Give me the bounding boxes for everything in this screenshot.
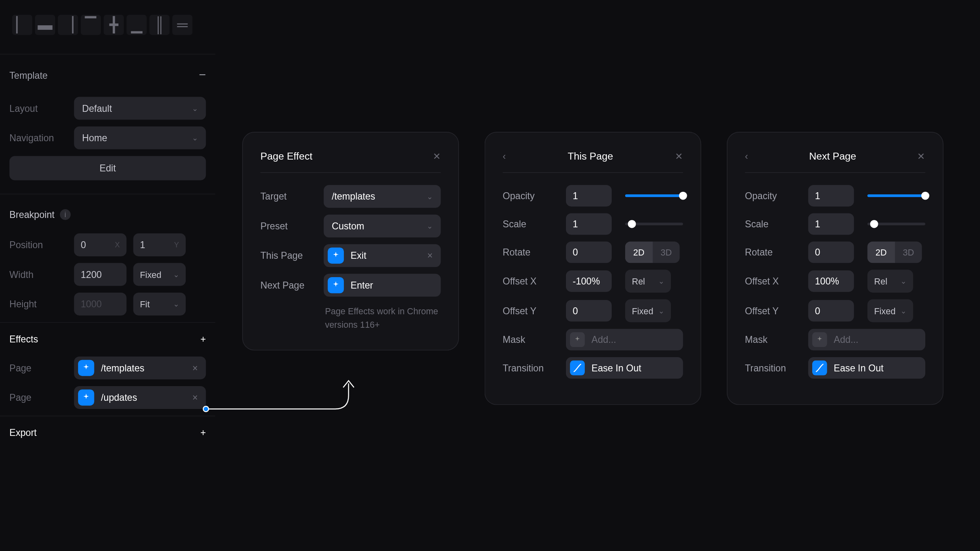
distribute-h-icon[interactable]: ║ (149, 15, 169, 35)
mask-placeholder: Add... (592, 334, 616, 345)
opacity-label: Opacity (503, 190, 559, 201)
remove-effect-button[interactable]: × (188, 392, 202, 403)
segment-3d[interactable]: 3D (653, 242, 680, 263)
width-input[interactable] (74, 263, 127, 286)
preset-select[interactable]: Custom⌄ (324, 215, 441, 238)
segment-3d[interactable]: 3D (895, 242, 922, 263)
offset-x-input[interactable] (566, 270, 612, 292)
align-toolbar: ▏ ▬ ▕ ▔ ╋ ▁ ║ ═ (9, 9, 206, 49)
position-label: Position (9, 240, 67, 250)
effect-page-label: Page (9, 362, 67, 373)
opacity-input[interactable] (566, 185, 612, 207)
chevron-down-icon: ⌄ (173, 300, 179, 308)
add-export-button[interactable]: + (200, 427, 206, 438)
opacity-slider[interactable] (625, 194, 683, 197)
offset-x-unit-select[interactable]: Rel⌄ (625, 270, 671, 293)
scale-slider[interactable] (625, 222, 683, 225)
this-page-label: This Page (261, 250, 317, 261)
offset-y-input[interactable] (566, 300, 612, 322)
remove-token-button[interactable]: × (423, 250, 437, 261)
sparkle-icon (328, 277, 344, 293)
breakpoint-header: Breakpoint i (9, 200, 206, 227)
back-button[interactable]: ‹ (503, 150, 506, 161)
close-button[interactable]: ✕ (433, 150, 441, 161)
next-page-token[interactable]: Enter (324, 274, 441, 297)
effect-chip-label: /updates (101, 392, 181, 403)
align-top-icon[interactable]: ▔ (81, 15, 101, 35)
offset-y-input[interactable] (808, 300, 854, 322)
rotate-mode-segment[interactable]: 2D 3D (867, 242, 922, 263)
rotate-label: Rotate (745, 247, 801, 258)
effect-templates-chip[interactable]: /templates × (74, 356, 206, 379)
navigation-select[interactable]: Home ⌄ (74, 127, 206, 149)
align-left-icon[interactable]: ▏ (12, 15, 32, 35)
distribute-v-icon[interactable]: ═ (172, 15, 192, 35)
offset-y-label: Offset Y (503, 305, 559, 316)
rotate-label: Rotate (503, 247, 559, 258)
collapse-icon[interactable]: − (199, 68, 206, 82)
offset-x-unit-value: Rel (632, 276, 645, 287)
export-header: Export + (9, 422, 206, 443)
width-unit-select[interactable]: Fixed⌄ (133, 263, 186, 286)
scale-label: Scale (503, 219, 559, 229)
offset-x-input[interactable] (808, 270, 854, 292)
sparkle-icon (328, 247, 344, 264)
ease-curve-icon (570, 360, 585, 375)
next-page-label: Next Page (261, 280, 317, 291)
edit-button[interactable]: Edit (9, 156, 206, 180)
target-select[interactable]: /templates⌄ (324, 185, 441, 208)
add-effect-button[interactable]: + (200, 333, 206, 344)
layout-select[interactable]: Default ⌄ (74, 97, 206, 120)
transition-label: Transition (503, 362, 559, 373)
chevron-down-icon: ⌄ (900, 307, 906, 315)
mask-add-button[interactable]: Add... (566, 329, 683, 351)
align-center-v-icon[interactable]: ╋ (104, 15, 124, 35)
preset-label: Preset (261, 221, 317, 231)
mask-placeholder: Add... (834, 334, 858, 345)
breakpoint-title: Breakpoint (9, 209, 54, 220)
this-page-popover: ‹ This Page ✕ Opacity Scale Rotate 2D 3D… (485, 132, 702, 405)
opacity-input[interactable] (808, 185, 854, 207)
rotate-input[interactable] (566, 242, 612, 263)
opacity-slider[interactable] (867, 194, 925, 197)
effect-updates-chip[interactable]: /updates × (74, 386, 206, 409)
rotate-mode-segment[interactable]: 2D 3D (625, 242, 680, 263)
transition-select[interactable]: Ease In Out (808, 357, 925, 379)
next-page-title: Next Page (809, 150, 856, 162)
height-unit-value: Fit (140, 299, 150, 309)
remove-effect-button[interactable]: × (188, 362, 202, 373)
scale-slider[interactable] (867, 222, 925, 225)
mask-add-button[interactable]: Add... (808, 329, 925, 351)
height-input[interactable] (74, 293, 127, 315)
segment-2d[interactable]: 2D (867, 242, 895, 263)
target-label: Target (261, 191, 317, 202)
align-bottom-icon[interactable]: ▁ (127, 15, 147, 35)
this-page-token[interactable]: Exit × (324, 244, 441, 267)
offset-y-unit-select[interactable]: Fixed⌄ (625, 299, 671, 322)
transition-select[interactable]: Ease In Out (566, 357, 683, 379)
back-button[interactable]: ‹ (745, 150, 748, 161)
align-right-icon[interactable]: ▕ (58, 15, 78, 35)
page-effect-hint: Page Effects work in Chrome versions 116… (325, 305, 441, 331)
align-center-h-icon[interactable]: ▬ (35, 15, 55, 35)
scale-input[interactable] (566, 213, 612, 235)
rotate-input[interactable] (808, 242, 854, 263)
close-button[interactable]: ✕ (917, 150, 925, 161)
segment-2d[interactable]: 2D (625, 242, 653, 263)
mask-label: Mask (503, 334, 559, 345)
height-label: Height (9, 299, 67, 309)
offset-x-label: Offset X (503, 276, 559, 287)
scale-input[interactable] (808, 213, 854, 235)
effects-header: Effects + (9, 328, 206, 350)
template-section-header[interactable]: Template − (9, 60, 206, 90)
offset-y-label: Offset Y (745, 305, 801, 316)
offset-y-unit-select[interactable]: Fixed⌄ (867, 299, 913, 322)
next-page-value: Enter (351, 280, 373, 291)
close-button[interactable]: ✕ (675, 150, 683, 161)
info-icon[interactable]: i (60, 209, 71, 220)
sparkle-icon (812, 332, 827, 347)
page-effect-popover: Page Effect ✕ Target /templates⌄ Preset … (242, 132, 459, 351)
offset-x-unit-select[interactable]: Rel⌄ (867, 270, 913, 293)
height-unit-select[interactable]: Fit⌄ (133, 293, 186, 315)
axis-y-label: Y (174, 241, 179, 249)
